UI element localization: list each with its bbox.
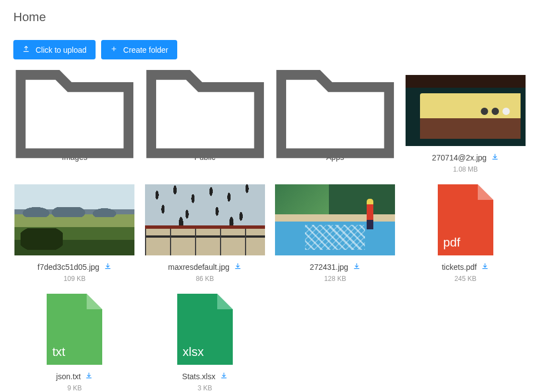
file-grid: Images Public Apps 270714@2x.jpg	[13, 75, 527, 392]
file-size: 1.08 MB	[453, 165, 478, 173]
page-title: Home	[13, 10, 527, 24]
download-icon[interactable]	[234, 262, 242, 272]
file-icon: txt	[13, 294, 136, 365]
upload-icon	[22, 45, 30, 54]
folder-item[interactable]: Images	[13, 75, 136, 173]
plus-icon	[110, 45, 118, 54]
create-folder-button-label: Create folder	[123, 46, 168, 54]
file-ext-label: txt	[52, 345, 65, 359]
item-name: f7ded3c51d05.jpg	[38, 263, 99, 272]
image-thumbnail	[144, 184, 267, 255]
file-item[interactable]: 270714@2x.jpg 1.08 MB	[404, 75, 527, 173]
download-icon[interactable]	[85, 371, 93, 381]
download-icon[interactable]	[353, 262, 361, 272]
download-icon[interactable]	[220, 371, 228, 381]
image-thumbnail	[274, 184, 397, 255]
item-name: maxresdefault.jpg	[168, 263, 229, 272]
item-name: 272431.jpg	[310, 263, 348, 272]
item-name: json.txt	[56, 372, 81, 381]
file-item[interactable]: 272431.jpg 128 KB	[274, 184, 397, 283]
image-thumbnail	[404, 75, 527, 146]
file-size: 9 KB	[67, 384, 82, 392]
file-item[interactable]: f7ded3c51d05.jpg 109 KB	[13, 184, 136, 283]
file-icon: xlsx	[144, 294, 267, 365]
folder-item[interactable]: Public	[144, 75, 267, 173]
file-size: 3 KB	[198, 384, 212, 392]
file-size: 245 KB	[454, 275, 476, 283]
file-size: 128 KB	[324, 275, 346, 283]
download-icon[interactable]	[481, 262, 489, 272]
file-icon: pdf	[404, 184, 527, 255]
item-name: 270714@2x.jpg	[432, 153, 487, 162]
file-size: 86 KB	[196, 275, 214, 283]
image-thumbnail	[13, 184, 136, 255]
file-ext-label: xlsx	[183, 345, 204, 359]
file-ext-label: pdf	[443, 235, 461, 250]
folder-icon	[13, 75, 136, 146]
download-icon[interactable]	[491, 153, 499, 162]
folder-icon	[144, 75, 267, 146]
file-size: 109 KB	[64, 275, 86, 283]
file-item[interactable]: txt json.txt 9 KB	[13, 294, 136, 392]
file-item[interactable]: pdf tickets.pdf 245 KB	[404, 184, 527, 283]
folder-item[interactable]: Apps	[274, 75, 397, 173]
download-icon[interactable]	[104, 262, 112, 272]
item-name: tickets.pdf	[442, 263, 477, 272]
item-name: Stats.xlsx	[182, 372, 216, 381]
create-folder-button[interactable]: Create folder	[101, 40, 177, 59]
file-item[interactable]: xlsx Stats.xlsx 3 KB	[144, 294, 267, 392]
action-bar: Click to upload Create folder	[13, 40, 527, 59]
file-item[interactable]: maxresdefault.jpg 86 KB	[144, 184, 267, 283]
upload-button[interactable]: Click to upload	[13, 40, 96, 59]
upload-button-label: Click to upload	[36, 46, 87, 54]
folder-icon	[274, 75, 397, 146]
